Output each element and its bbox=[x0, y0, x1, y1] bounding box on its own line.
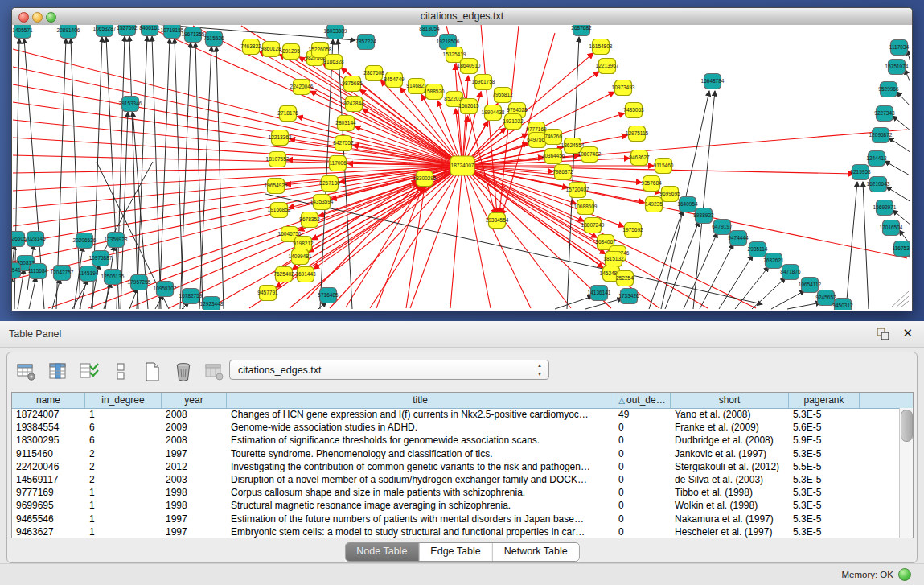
svg-text:1405571: 1405571 bbox=[12, 27, 33, 33]
table-toolbar: f(x) bbox=[15, 358, 257, 385]
table-selector-dropdown[interactable]: citations_edges.txt ▲▼ bbox=[229, 360, 549, 380]
svg-text:14099481: 14099481 bbox=[289, 253, 312, 259]
svg-text:8813054: 8813054 bbox=[419, 26, 440, 31]
svg-text:12095872: 12095872 bbox=[869, 132, 893, 138]
network-window-title: citations_edges.txt bbox=[12, 10, 912, 22]
svg-text:15325419: 15325419 bbox=[443, 51, 466, 57]
row-height-icon[interactable] bbox=[109, 360, 132, 383]
svg-text:7857224: 7857224 bbox=[355, 39, 376, 44]
svg-text:7463822: 7463822 bbox=[240, 43, 261, 49]
column-header-outde[interactable]: △out_de… bbox=[614, 393, 671, 408]
network-canvas[interactable]: 1405571208914061065328715276028466161107… bbox=[12, 25, 912, 311]
column-header-pagerank[interactable]: pagerank bbox=[789, 393, 860, 408]
svg-text:10973493: 10973493 bbox=[612, 84, 635, 90]
svg-text:117006: 117006 bbox=[329, 160, 347, 166]
svg-text:1117034: 1117034 bbox=[889, 44, 910, 50]
svg-text:14353594: 14353594 bbox=[310, 199, 334, 204]
svg-text:8267130: 8267130 bbox=[319, 180, 340, 186]
tab-node-table[interactable]: Node Table bbox=[345, 543, 419, 561]
column-header-indegree[interactable]: in_degree bbox=[85, 393, 162, 408]
svg-text:9463627: 9463627 bbox=[629, 154, 650, 160]
table-row[interactable]: 2242004622012Investigating the contribut… bbox=[12, 460, 900, 473]
svg-text:2687682: 2687682 bbox=[571, 25, 592, 31]
table-row[interactable]: 1938455462009Genome-wide association stu… bbox=[12, 421, 900, 434]
column-header-short[interactable]: short bbox=[671, 393, 789, 408]
svg-text:2718176: 2718176 bbox=[277, 110, 298, 116]
citation-network-graph[interactable]: 1405571208914061065328715276028466161107… bbox=[12, 25, 910, 310]
svg-text:746266: 746266 bbox=[544, 134, 562, 139]
svg-text:20206526: 20206526 bbox=[73, 237, 97, 243]
svg-text:16782759: 16782759 bbox=[179, 293, 203, 299]
table-row[interactable]: 1872400712008Changes of HCN gene express… bbox=[12, 408, 900, 421]
svg-text:19671355: 19671355 bbox=[182, 31, 205, 37]
svg-text:149235: 149235 bbox=[645, 201, 663, 207]
svg-text:12213363: 12213363 bbox=[269, 134, 292, 140]
import-table-disabled-icon[interactable] bbox=[203, 360, 226, 383]
svg-text:2803144: 2803144 bbox=[335, 120, 356, 126]
svg-text:8466161: 8466161 bbox=[139, 25, 160, 31]
svg-text:9699695: 9699695 bbox=[659, 191, 680, 196]
column-header-title[interactable]: title bbox=[227, 393, 614, 408]
svg-text:12042757: 12042757 bbox=[51, 270, 74, 275]
svg-text:8427552: 8427552 bbox=[333, 140, 354, 146]
table-vertical-scrollbar[interactable] bbox=[899, 408, 913, 538]
svg-text:17359928: 17359928 bbox=[105, 237, 128, 242]
svg-text:8186328: 8186328 bbox=[323, 59, 344, 64]
svg-text:1691443: 1691443 bbox=[295, 271, 316, 277]
tab-network-table[interactable]: Network Table bbox=[493, 543, 579, 561]
svg-text:9457791: 9457791 bbox=[257, 290, 278, 295]
select-columns-icon[interactable] bbox=[47, 360, 69, 383]
svg-text:18300295: 18300295 bbox=[413, 175, 437, 181]
svg-text:8215958: 8215958 bbox=[850, 169, 871, 175]
svg-text:10653287: 10653287 bbox=[93, 26, 117, 31]
svg-text:9450312: 9450312 bbox=[832, 303, 853, 308]
table-row[interactable]: 1456911722003Disruption of a novel membe… bbox=[12, 473, 900, 486]
svg-text:9794028: 9794028 bbox=[507, 107, 528, 113]
network-window-titlebar[interactable]: citations_edges.txt bbox=[12, 8, 912, 26]
table-row[interactable]: 946554611997Estimation of the future num… bbox=[12, 513, 900, 525]
svg-text:16210643: 16210643 bbox=[867, 181, 890, 187]
svg-text:18107552: 18107552 bbox=[266, 156, 290, 162]
table-row[interactable]: 946362711997Embryonic stem cells: a mode… bbox=[12, 525, 900, 538]
svg-text:6479197: 6479197 bbox=[712, 224, 733, 229]
table-row[interactable]: 977716911998Corpus callosum shape and si… bbox=[12, 486, 900, 499]
svg-text:15226058: 15226058 bbox=[309, 47, 332, 52]
svg-text:1588520: 1588520 bbox=[424, 89, 445, 94]
column-header-year[interactable]: year bbox=[162, 393, 227, 408]
svg-text:7632621: 7632621 bbox=[763, 257, 784, 263]
svg-text:15751074: 15751074 bbox=[885, 64, 909, 69]
float-panel-icon[interactable] bbox=[877, 328, 889, 340]
scrollbar-thumb[interactable] bbox=[901, 410, 913, 442]
svg-text:19904438: 19904438 bbox=[482, 109, 505, 115]
svg-text:14136141: 14136141 bbox=[588, 290, 611, 295]
svg-text:2867608: 2867608 bbox=[363, 70, 384, 76]
svg-text:9529966: 9529966 bbox=[878, 86, 899, 92]
table-row[interactable]: 911546021997Tourette syndrome. Phenomeno… bbox=[12, 447, 900, 460]
svg-text:1815132: 1815132 bbox=[603, 256, 624, 262]
delete-table-icon[interactable] bbox=[172, 360, 195, 383]
svg-text:22420046: 22420046 bbox=[290, 84, 314, 89]
tab-edge-table[interactable]: Edge Table bbox=[419, 543, 492, 561]
svg-text:1640954: 1640954 bbox=[677, 201, 698, 207]
svg-text:16154808: 16154808 bbox=[589, 43, 613, 49]
column-header-name[interactable]: name bbox=[12, 393, 85, 408]
svg-text:10688609: 10688609 bbox=[574, 204, 598, 209]
table-header-row: namein_degreeyeartitle△out_de…shortpager… bbox=[12, 393, 913, 409]
svg-text:1167534: 1167534 bbox=[893, 245, 910, 251]
svg-text:1244413: 1244413 bbox=[866, 155, 887, 161]
table-settings-icon[interactable] bbox=[15, 360, 38, 383]
svg-text:19384554: 19384554 bbox=[486, 217, 509, 223]
svg-text:2028146: 2028146 bbox=[25, 236, 46, 241]
svg-text:16046756: 16046756 bbox=[278, 231, 302, 237]
table-row[interactable]: 1830029562008Estimation of significance … bbox=[12, 434, 900, 447]
svg-text:9245652: 9245652 bbox=[815, 295, 836, 300]
table-row[interactable]: 969969511998Structural magnetic resonanc… bbox=[12, 499, 900, 512]
svg-text:12213967: 12213967 bbox=[596, 63, 619, 68]
new-table-icon[interactable] bbox=[141, 360, 163, 383]
svg-text:1562615: 1562615 bbox=[458, 103, 479, 109]
svg-text:9875685: 9875685 bbox=[342, 80, 363, 86]
close-panel-icon[interactable]: ✕ bbox=[902, 327, 913, 340]
svg-text:3684067: 3684067 bbox=[595, 239, 616, 245]
row-validation-icon[interactable] bbox=[78, 360, 101, 383]
svg-text:7485063: 7485063 bbox=[623, 107, 644, 113]
